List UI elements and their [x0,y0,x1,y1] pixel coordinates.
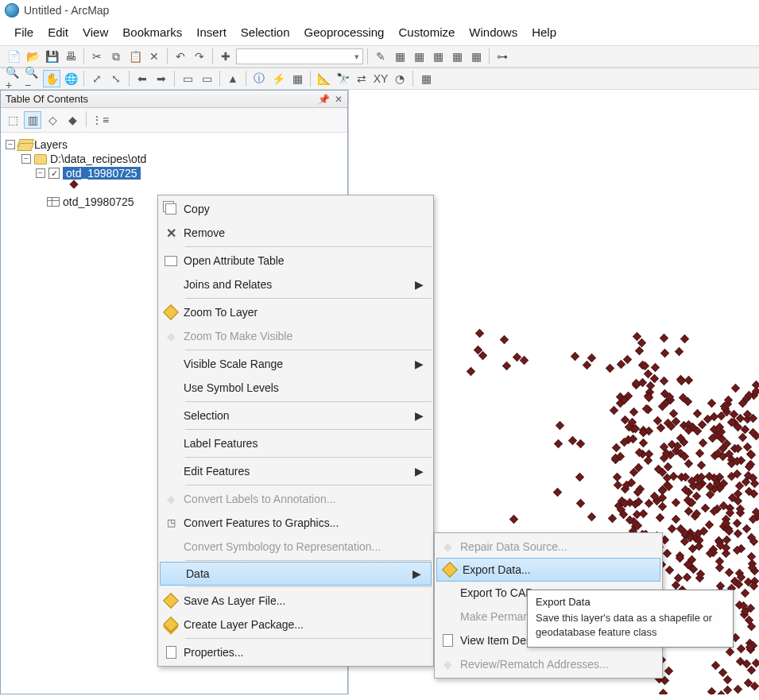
data-point [668,525,676,533]
pin-icon[interactable]: 📌 [318,94,330,105]
menu-item-copy[interactable]: Copy [158,197,433,221]
data-point [748,666,756,674]
layers-icon [18,139,31,150]
menu-selection[interactable]: Selection [241,25,290,39]
delete-icon[interactable]: ✕ [145,48,163,65]
python-icon[interactable]: ▦ [467,48,485,65]
data-point [503,362,511,369]
menu-help[interactable]: Help [532,25,556,39]
fixed-zoom-in-icon[interactable]: ⤢ [88,70,106,87]
data-point [711,413,718,421]
data-point [656,423,664,431]
menu-item-create-layer-package[interactable]: Create Layer Package... [158,613,433,636]
pointer-icon[interactable]: ▲ [224,70,242,87]
catalog-icon[interactable]: ▦ [410,48,428,65]
menu-item-save-as-layer-file[interactable]: Save As Layer File... [158,589,433,613]
print-icon[interactable]: 🖶 [62,48,79,65]
data-point [699,420,707,428]
search-icon[interactable]: ▦ [429,48,447,65]
separator [83,48,84,64]
clear-selection-icon[interactable]: ▭ [198,70,215,87]
identify-icon[interactable]: ⓘ [250,70,268,87]
data-point [672,498,680,506]
full-extent-icon[interactable]: 🌐 [62,70,79,87]
root-label: Layers [34,138,68,151]
fwd-icon[interactable]: ➡ [153,70,170,87]
save-icon[interactable]: 💾 [43,48,60,65]
selected-layer-label: otd_19980725 [63,167,141,180]
menu-item-label: Convert Labels to Annotation... [184,493,408,505]
measure-icon[interactable]: 📐 [315,70,332,87]
list-by-visibility-icon[interactable]: ◇ [44,111,61,129]
editor-icon[interactable]: ✎ [372,48,389,65]
layer-checkbox[interactable]: ✓ [48,168,60,179]
menu-item-joins-and-relates[interactable]: Joins and Relates▶ [158,273,433,296]
menu-item-export-data[interactable]: Export Data... [436,558,660,582]
hyperlink-icon[interactable]: ⚡ [269,70,287,87]
menu-insert[interactable]: Insert [196,25,227,39]
menu-bookmarks[interactable]: Bookmarks [122,25,182,39]
menu-item-zoom-to-layer[interactable]: Zoom To Layer [158,300,433,324]
window-icon[interactable]: ▦ [391,48,409,65]
data-point [659,503,667,511]
menu-item-data[interactable]: Data▶ [160,562,432,586]
undo-icon[interactable]: ↶ [172,48,189,65]
copy-icon[interactable]: ⧉ [107,48,125,65]
create-viewer-icon[interactable]: ▦ [417,70,435,87]
collapse-icon[interactable]: − [21,154,31,164]
select-icon[interactable]: ▭ [179,70,196,87]
copy-icon [158,203,184,215]
menu-edit[interactable]: Edit [48,25,68,39]
menu-item-label: Edit Features [184,465,408,478]
data-point [672,582,680,590]
new-icon[interactable]: 📄 [5,48,22,65]
submenu-arrow-icon: ▶ [408,465,424,478]
model-builder-icon[interactable]: ⊶ [494,48,511,65]
pan-icon[interactable]: ✋ [43,70,60,87]
add-data-icon[interactable]: ✚ [217,48,234,65]
menu-item-properties[interactable]: Properties... [158,640,433,664]
menu-item-visible-scale-range[interactable]: Visible Scale Range▶ [158,352,433,376]
fixed-zoom-out-icon[interactable]: ⤡ [107,70,125,87]
tree-folder[interactable]: − D:\data_recipes\otd [6,152,344,166]
menu-file[interactable]: File [14,25,33,39]
back-icon[interactable]: ⬅ [134,70,151,87]
menu-item-edit-features[interactable]: Edit Features▶ [158,459,433,483]
redo-icon[interactable]: ↷ [191,48,208,65]
close-icon[interactable]: ✕ [335,94,343,105]
paste-icon[interactable]: 📋 [126,48,144,65]
menu-item-label: Selection [184,409,408,422]
list-by-source-icon[interactable]: ▥ [24,111,41,129]
html-popup-icon[interactable]: ▦ [288,70,306,87]
data-point [749,582,757,590]
open-icon[interactable]: 📂 [24,48,41,65]
menu-windows[interactable]: Windows [469,25,517,39]
menu-item-open-attribute-table[interactable]: Open Attribute Table [158,249,433,273]
toolbox-icon[interactable]: ▦ [448,48,466,65]
menu-item-remove[interactable]: ✕Remove [158,221,433,245]
menu-item-use-symbol-levels[interactable]: Use Symbol Levels [158,376,433,400]
time-slider-icon[interactable]: ◔ [391,70,409,87]
menu-customize[interactable]: Customize [398,25,455,39]
list-by-selection-icon[interactable]: ◆ [64,111,81,129]
menu-item-convert-features-to-graphics[interactable]: ◳Convert Features to Graphics... [158,511,433,535]
find-route-icon[interactable]: ⇄ [353,70,370,87]
cut-icon[interactable]: ✂ [88,48,106,65]
list-by-drawing-order-icon[interactable]: ⬚ [4,111,21,129]
menu-item-selection[interactable]: Selection▶ [158,404,433,427]
collapse-icon[interactable]: − [36,168,45,178]
collapse-icon[interactable]: − [6,140,15,149]
tree-layer-selected[interactable]: − ✓ otd_19980725 [6,166,344,180]
options-icon[interactable]: ⋮≡ [91,111,109,129]
tree-root[interactable]: − Layers [6,137,344,152]
menu-view[interactable]: View [83,25,108,39]
find-icon[interactable]: 🔭 [334,70,351,87]
zoom-out-icon[interactable]: 🔍− [24,70,41,87]
menu-geoprocessing[interactable]: Geoprocessing [304,25,385,39]
scale-dropdown[interactable]: ▾ [236,48,363,64]
menu-item-label-features[interactable]: Label Features [158,431,433,455]
data-point [699,439,707,447]
zoom-in-icon[interactable]: 🔍+ [5,70,22,87]
data-point [708,399,716,407]
go-to-xy-icon[interactable]: XY [372,70,389,87]
